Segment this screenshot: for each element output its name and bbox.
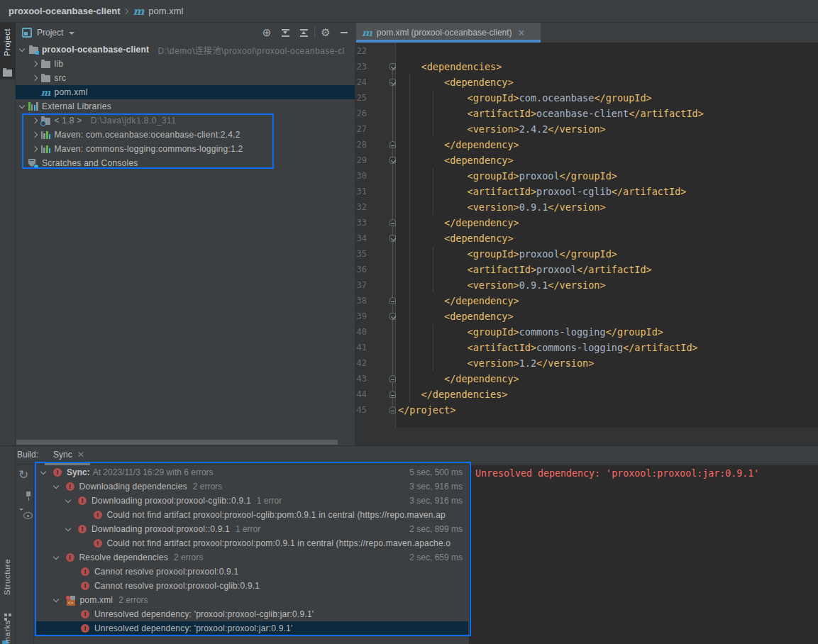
libraries-icon xyxy=(28,102,39,111)
editor-tab-title: pom.xml (proxool-oceanbase-client) xyxy=(377,28,512,38)
fold-marker-end[interactable] xyxy=(389,141,396,148)
project-panel: Project ⊕ ⚙ proxool-oceanbase-clientD:\d… xyxy=(16,23,355,445)
editor-tab-bar: m pom.xml (proxool-oceanbase-client) ✕ xyxy=(355,23,818,43)
project-tree-item[interactable]: src xyxy=(16,71,355,85)
project-view-title[interactable]: Project xyxy=(37,28,63,38)
editor-gutter: 2223242526272829303132333435363738394041… xyxy=(355,43,396,428)
toolbar-separator xyxy=(314,27,315,38)
breadcrumb-project[interactable]: proxool-oceanbase-client xyxy=(9,6,120,16)
editor-area: m pom.xml (proxool-oceanbase-client) ✕ 2… xyxy=(355,23,818,445)
chevron-right-icon[interactable] xyxy=(31,61,37,67)
collapse-all-button[interactable] xyxy=(294,23,313,43)
build-console[interactable]: Unresolved dependency: 'proxool:proxool:… xyxy=(469,465,818,644)
tab-close-icon[interactable]: ✕ xyxy=(518,28,526,38)
locate-file-button[interactable]: ⊕ xyxy=(258,23,276,43)
maven-icon: m xyxy=(133,5,144,18)
left-tool-strip: Project Structure Bookmarks xyxy=(0,23,16,644)
tree-item-label: src xyxy=(55,73,67,83)
hide-panel-button[interactable] xyxy=(335,23,353,43)
folder-icon xyxy=(40,60,52,68)
breadcrumb-separator-icon xyxy=(123,8,128,13)
settings-button[interactable]: ⚙ xyxy=(316,23,335,43)
maven-icon: m xyxy=(362,27,372,38)
tree-item-path: D:\demo\连接池\proxool\proxool-oceanbase-cl xyxy=(157,44,344,56)
fold-marker-end[interactable] xyxy=(389,297,396,304)
maven-icon: m xyxy=(40,87,52,98)
chevron-down-icon[interactable] xyxy=(19,45,25,51)
tool-button-structure[interactable]: Structure xyxy=(3,559,11,595)
project-tree-item[interactable]: lib xyxy=(16,57,355,71)
annotation-rect-libraries xyxy=(22,113,274,169)
fold-marker-open[interactable] xyxy=(389,63,396,70)
code-area[interactable]: <dependencies> <dependency> <groupId>com… xyxy=(398,43,818,428)
chevron-down-icon[interactable] xyxy=(19,102,25,108)
tool-button-bookmarks[interactable]: Bookmarks xyxy=(3,620,11,644)
tree-item-label: lib xyxy=(55,59,64,69)
expand-all-button[interactable] xyxy=(276,23,294,43)
build-label: Build: xyxy=(17,450,38,460)
sync-tab-close-icon[interactable]: ✕ xyxy=(77,450,84,460)
chevron-right-icon[interactable] xyxy=(31,75,37,81)
fold-marker-open[interactable] xyxy=(389,313,396,320)
tree-item-label: pom.xml xyxy=(55,87,88,97)
fold-marker-end[interactable] xyxy=(389,406,396,413)
project-toolbar: Project ⊕ ⚙ xyxy=(16,23,355,43)
project-folder-icon xyxy=(28,45,39,54)
fold-marker-open[interactable] xyxy=(389,235,396,242)
build-tab-sync[interactable]: Sync xyxy=(53,450,72,460)
fold-marker-open[interactable] xyxy=(389,157,396,164)
annotation-rect-build xyxy=(35,462,471,636)
fold-marker-end[interactable] xyxy=(389,219,396,226)
editor-bottom-strip xyxy=(355,428,818,445)
fold-marker-end[interactable] xyxy=(389,375,396,382)
folder-icon xyxy=(40,74,52,82)
project-tree-item[interactable]: proxool-oceanbase-clientD:\demo\连接池\prox… xyxy=(16,43,355,57)
fold-marker-end[interactable] xyxy=(389,391,396,398)
breadcrumb-file[interactable]: pom.xml xyxy=(148,6,183,16)
console-error-text: Unresolved dependency: 'proxool:proxool:… xyxy=(475,468,759,479)
fold-marker-open[interactable] xyxy=(389,79,396,86)
project-stripe-icon[interactable] xyxy=(3,68,13,78)
build-toolbar: ↻ xyxy=(16,465,34,644)
tree-item-label: External Libraries xyxy=(42,101,111,111)
project-tree-item[interactable]: mpom.xml xyxy=(16,85,355,99)
tree-item-label: proxool-oceanbase-client xyxy=(42,45,149,55)
breadcrumb: proxool-oceanbase-client m pom.xml xyxy=(0,0,818,23)
pin-icon[interactable] xyxy=(18,491,29,502)
ide-window: proxool-oceanbase-client m pom.xml Proje… xyxy=(0,0,818,644)
chevron-down-icon[interactable] xyxy=(69,32,74,35)
project-view-icon xyxy=(22,28,32,38)
filter-eye-icon[interactable] xyxy=(18,511,29,522)
refresh-icon[interactable]: ↻ xyxy=(18,470,29,481)
project-horizontal-scrollbar[interactable] xyxy=(16,440,338,445)
line-numbers: 2223242526272829303132333435363738394041… xyxy=(357,43,367,418)
tool-button-project[interactable]: Project xyxy=(3,28,11,56)
project-tree-item[interactable]: External Libraries xyxy=(16,99,355,113)
